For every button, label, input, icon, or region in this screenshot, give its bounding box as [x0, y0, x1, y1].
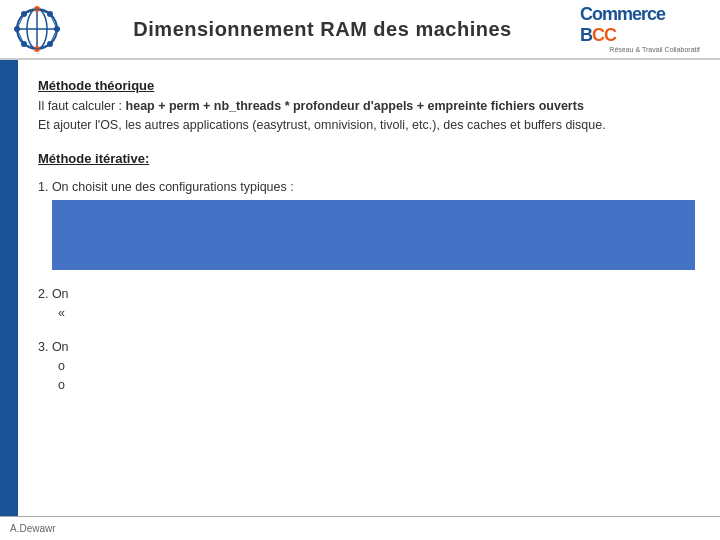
step2-indent: « [58, 304, 695, 323]
left-accent-bar [0, 60, 18, 516]
slide-container: www | Dimensionnement RAM des machines C… [0, 0, 720, 540]
svg-text:www |: www | [19, 52, 39, 54]
brand-logo: Commerce BCC Réseau & Travail Collaborat… [580, 4, 700, 54]
step3-text: 3. On [38, 337, 695, 357]
step3-indent1: o [58, 357, 695, 376]
footer: A.Dewawr [0, 516, 720, 540]
step2-label: 2. On [38, 287, 69, 301]
iterative-title: Méthode itérative: [38, 151, 695, 166]
step-3: 3. On o o [38, 337, 695, 395]
line1-bold: heap + perm + nb_threads * profondeur d'… [126, 99, 584, 113]
line1-prefix: Il faut calculer : [38, 99, 126, 113]
step1-label: 1. On choisit une des configurations typ… [38, 178, 695, 197]
iterative-section: Méthode itérative: 1. On choisit une des… [38, 151, 695, 395]
logo-icon: www | [10, 4, 65, 54]
main-content: Méthode théorique Il faut calculer : hea… [18, 60, 720, 516]
theoretical-line1: Il faut calculer : heap + perm + nb_thre… [38, 97, 695, 116]
step-1: 1. On choisit une des configurations typ… [38, 178, 695, 271]
theoretical-section: Méthode théorique Il faut calculer : hea… [38, 78, 695, 135]
step3-label: 3. On [38, 340, 69, 354]
step1-highlight-box [52, 200, 695, 270]
brand-tagline: Réseau & Travail Collaboratif [609, 46, 700, 54]
step2-text: 2. On [38, 284, 695, 304]
theoretical-title: Méthode théorique [38, 78, 695, 93]
step-2: 2. On « [38, 284, 695, 323]
header: www | Dimensionnement RAM des machines C… [0, 0, 720, 60]
footer-author: A.Dewawr [10, 523, 56, 534]
page-title: Dimensionnement RAM des machines [65, 18, 580, 41]
step3-indent2: o [58, 376, 695, 395]
content-wrapper: Méthode théorique Il faut calculer : hea… [0, 60, 720, 516]
theoretical-line2: Et ajouter l'OS, les autres applications… [38, 116, 695, 135]
brand-name-text: Commerce BCC [580, 4, 700, 46]
